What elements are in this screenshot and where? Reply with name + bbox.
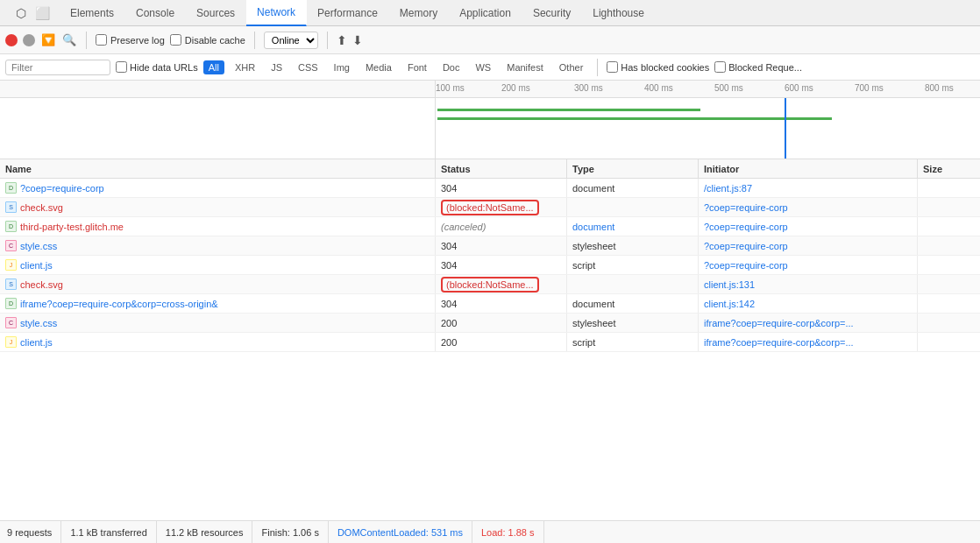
th-initiator[interactable]: Initiator bbox=[699, 159, 918, 178]
file-icon-6: S bbox=[5, 279, 17, 290]
th-type[interactable]: Type bbox=[567, 159, 699, 178]
td-type-3: document bbox=[567, 217, 699, 236]
th-status[interactable]: Status bbox=[436, 159, 567, 178]
td-type-1: document bbox=[567, 179, 699, 197]
td-name-6: Scheck.svg bbox=[0, 275, 436, 293]
td-size-6 bbox=[918, 275, 980, 293]
initiator-link-3[interactable]: ?coep=require-corp bbox=[704, 222, 788, 232]
blocked-badge-2: (blocked:NotSame... bbox=[441, 200, 539, 215]
filter-doc-button[interactable]: Doc bbox=[437, 60, 465, 74]
row-name-1[interactable]: ?coep=require-corp bbox=[20, 183, 104, 194]
td-initiator-1: /client.js:87 bbox=[699, 179, 918, 197]
filter-xhr-button[interactable]: XHR bbox=[230, 60, 260, 74]
filter-js-button[interactable]: JS bbox=[266, 60, 288, 74]
filter-input[interactable] bbox=[5, 60, 110, 75]
td-size-8 bbox=[918, 314, 980, 332]
separator-filter bbox=[597, 59, 598, 76]
initiator-link-2[interactable]: ?coep=require-corp bbox=[704, 202, 788, 213]
filter-img-button[interactable]: Img bbox=[329, 60, 355, 74]
table-row[interactable]: Scheck.svg(blocked:NotSame...client.js:1… bbox=[0, 275, 980, 294]
file-icon-1: D bbox=[5, 182, 17, 194]
td-name-9: Jclient.js bbox=[0, 333, 436, 351]
preserve-log-checkbox[interactable]: Preserve log bbox=[96, 34, 165, 46]
inspect-icon[interactable]: ⬡ bbox=[11, 3, 32, 24]
table-row[interactable]: Cstyle.css200stylesheetiframe?coep=requi… bbox=[0, 314, 980, 333]
filter-media-button[interactable]: Media bbox=[360, 60, 397, 74]
td-initiator-3: ?coep=require-corp bbox=[699, 217, 918, 236]
throttle-select[interactable]: Online bbox=[264, 32, 318, 49]
row-name-3[interactable]: third-party-test.glitch.me bbox=[20, 222, 124, 232]
table-header: Name Status Type Initiator Size bbox=[0, 159, 980, 179]
tab-security[interactable]: Security bbox=[522, 0, 582, 26]
filter-ws-button[interactable]: WS bbox=[470, 60, 496, 74]
row-name-7[interactable]: iframe?coep=require-corp&corp=cross-orig… bbox=[20, 299, 218, 309]
tab-application[interactable]: Application bbox=[449, 0, 522, 26]
filter-all-button[interactable]: All bbox=[203, 60, 224, 74]
initiator-link-1[interactable]: /client.js:87 bbox=[704, 183, 752, 194]
tab-network[interactable]: Network bbox=[246, 0, 307, 26]
filter-font-button[interactable]: Font bbox=[402, 60, 432, 74]
filter-other-button[interactable]: Other bbox=[554, 60, 589, 74]
tab-console[interactable]: Console bbox=[125, 0, 186, 26]
download-icon[interactable]: ⬇ bbox=[352, 33, 363, 47]
table-row[interactable]: Diframe?coep=require-corp&corp=cross-ori… bbox=[0, 294, 980, 314]
initiator-link-4[interactable]: ?coep=require-corp bbox=[704, 241, 788, 251]
file-icon-7: D bbox=[5, 298, 17, 309]
row-name-6[interactable]: check.svg bbox=[20, 279, 63, 290]
initiator-link-8[interactable]: iframe?coep=require-corp&corp=... bbox=[704, 318, 854, 328]
th-size[interactable]: Size bbox=[918, 159, 980, 178]
td-name-3: Dthird-party-test.glitch.me bbox=[0, 217, 436, 236]
initiator-link-9[interactable]: iframe?coep=require-corp&corp=... bbox=[704, 337, 854, 348]
filter-css-button[interactable]: CSS bbox=[293, 60, 323, 74]
td-status-5: 304 bbox=[436, 256, 567, 274]
row-name-2[interactable]: check.svg bbox=[20, 202, 63, 213]
timeline-bars bbox=[436, 98, 980, 159]
table-row[interactable]: Jclient.js304script?coep=require-corp bbox=[0, 256, 980, 275]
table-row[interactable]: Scheck.svg(blocked:NotSame...?coep=requi… bbox=[0, 198, 980, 217]
table-row[interactable]: Dthird-party-test.glitch.me(canceled)doc… bbox=[0, 217, 980, 236]
initiator-link-7[interactable]: client.js:142 bbox=[704, 299, 755, 309]
tab-performance[interactable]: Performance bbox=[307, 0, 389, 26]
has-blocked-cookies-checkbox[interactable]: Has blocked cookies bbox=[607, 61, 709, 73]
tab-elements[interactable]: Elements bbox=[60, 0, 125, 26]
td-status-9: 200 bbox=[436, 333, 567, 351]
network-toolbar: 🔽 🔍 Preserve log Disable cache Online ⬆ … bbox=[0, 26, 980, 54]
td-size-3 bbox=[918, 217, 980, 236]
disable-cache-input[interactable] bbox=[170, 34, 181, 46]
disable-cache-label: Disable cache bbox=[185, 35, 245, 46]
table-row[interactable]: D?coep=require-corp304document/client.js… bbox=[0, 179, 980, 198]
row-name-9[interactable]: client.js bbox=[20, 337, 53, 348]
blocked-requests-input[interactable] bbox=[714, 61, 726, 73]
stop-recording-button[interactable] bbox=[23, 34, 35, 46]
th-name[interactable]: Name bbox=[0, 159, 436, 178]
tab-memory[interactable]: Memory bbox=[389, 0, 449, 26]
initiator-link-5[interactable]: ?coep=require-corp bbox=[704, 260, 788, 271]
file-icon-4: C bbox=[5, 240, 17, 251]
filter-icon[interactable]: 🔽 bbox=[40, 32, 56, 48]
row-name-4[interactable]: style.css bbox=[20, 241, 57, 251]
table-row[interactable]: Jclient.js200scriptiframe?coep=require-c… bbox=[0, 333, 980, 352]
has-blocked-cookies-input[interactable] bbox=[607, 61, 618, 73]
hide-data-urls-input[interactable] bbox=[116, 61, 127, 73]
separator-2 bbox=[254, 32, 255, 49]
filter-manifest-button[interactable]: Manifest bbox=[501, 60, 549, 74]
disable-cache-checkbox[interactable]: Disable cache bbox=[170, 34, 245, 46]
tab-sources[interactable]: Sources bbox=[186, 0, 246, 26]
hide-data-urls-checkbox[interactable]: Hide data URLs bbox=[116, 61, 198, 73]
tab-lighthouse[interactable]: Lighthouse bbox=[582, 0, 656, 26]
table-row[interactable]: Cstyle.css304stylesheet?coep=require-cor… bbox=[0, 236, 980, 256]
td-type-5: script bbox=[567, 256, 699, 274]
search-icon[interactable]: 🔍 bbox=[61, 32, 77, 48]
preserve-log-input[interactable] bbox=[96, 34, 107, 46]
device-icon[interactable]: ⬜ bbox=[32, 3, 53, 24]
row-name-5[interactable]: client.js bbox=[20, 260, 53, 271]
timeline-header: 100 ms 200 ms 300 ms 400 ms 500 ms 600 m… bbox=[0, 81, 980, 98]
td-size-4 bbox=[918, 236, 980, 255]
blocked-requests-checkbox[interactable]: Blocked Reque... bbox=[714, 61, 802, 73]
timeline-ticks: 100 ms 200 ms 300 ms 400 ms 500 ms 600 m… bbox=[436, 81, 980, 97]
row-name-8[interactable]: style.css bbox=[20, 318, 57, 328]
initiator-link-6[interactable]: client.js:131 bbox=[704, 279, 755, 290]
table-body: D?coep=require-corp304document/client.js… bbox=[0, 179, 980, 520]
record-button[interactable] bbox=[5, 34, 18, 46]
upload-icon[interactable]: ⬆ bbox=[337, 33, 347, 47]
